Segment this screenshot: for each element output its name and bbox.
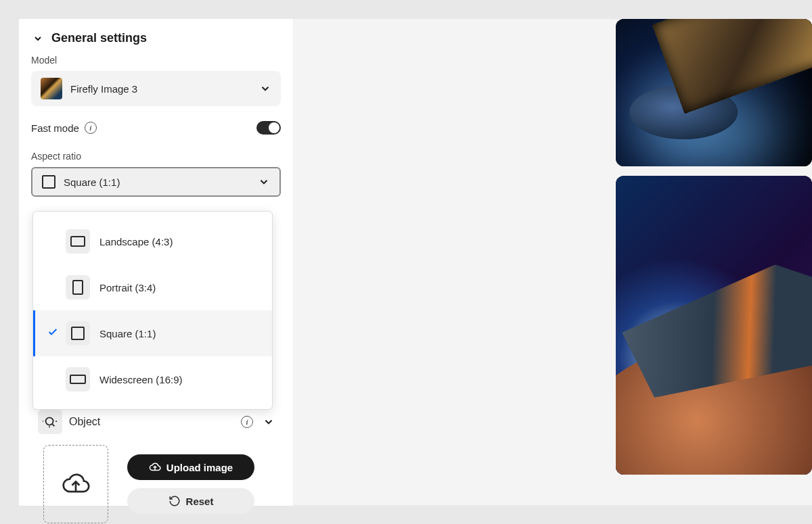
aspect-option-widescreen[interactable]: Widescreen (16:9) [33,356,272,402]
chevron-down-icon [259,82,271,95]
aspect-ratio-dropdown: Landscape (4:3) Portrait (3:4) Square (1… [32,211,273,410]
reset-icon [168,495,181,507]
generated-image[interactable] [616,176,812,475]
model-thumbnail [41,78,62,99]
upload-button-label: Upload image [166,462,233,473]
landscape-icon [66,229,90,254]
upload-buttons: Upload image Reset [127,454,254,514]
object-icon [38,410,62,434]
object-label: Object [69,416,234,428]
cloud-upload-icon [149,461,161,473]
svg-line-1 [52,424,54,426]
general-settings-header[interactable]: General settings [31,31,281,45]
chevron-down-icon [31,32,45,45]
aspect-option-label: Square (1:1) [99,328,156,339]
aspect-option-landscape[interactable]: Landscape (4:3) [33,218,272,264]
upload-area: Upload image Reset [43,445,254,523]
aspect-option-square[interactable]: Square (1:1) [33,310,272,356]
square-icon [66,321,90,346]
chevron-down-icon [258,176,270,188]
object-section-header[interactable]: Object i [31,406,281,438]
aspect-ratio-select[interactable]: Square (1:1) Landscape (4:3) Portrait (3… [31,167,281,197]
svg-point-0 [46,418,53,425]
section-title: General settings [51,31,147,45]
square-icon [42,175,55,189]
canvas-area [293,19,812,505]
reset-button-label: Reset [186,496,214,507]
fast-mode-label: Fast mode [31,122,79,134]
aspect-ratio-label: Aspect ratio [31,151,281,162]
cloud-upload-icon [61,469,91,499]
image-dropzone[interactable] [43,445,108,523]
info-icon[interactable]: i [241,416,253,428]
aspect-option-label: Widescreen (16:9) [99,374,183,385]
aspect-option-label: Landscape (4:3) [99,236,173,247]
fast-mode-toggle[interactable] [256,121,281,135]
reset-button[interactable]: Reset [127,488,254,514]
generated-image-column [616,19,812,475]
aspect-ratio-value: Square (1:1) [64,176,250,188]
upload-image-button[interactable]: Upload image [127,454,254,480]
generated-image[interactable] [616,19,812,166]
widescreen-icon [66,367,90,391]
settings-sidebar: General settings Model Firefly Image 3 F… [19,19,293,506]
check-icon [47,327,58,340]
aspect-option-label: Portrait (3:4) [99,282,156,293]
info-icon[interactable]: i [85,122,97,134]
portrait-icon [66,275,90,300]
model-select[interactable]: Firefly Image 3 [31,71,281,106]
chevron-down-icon [263,416,275,428]
model-name: Firefly Image 3 [70,83,251,95]
aspect-option-portrait[interactable]: Portrait (3:4) [33,264,272,310]
model-label: Model [31,55,281,66]
fast-mode-row: Fast mode i [31,121,281,135]
